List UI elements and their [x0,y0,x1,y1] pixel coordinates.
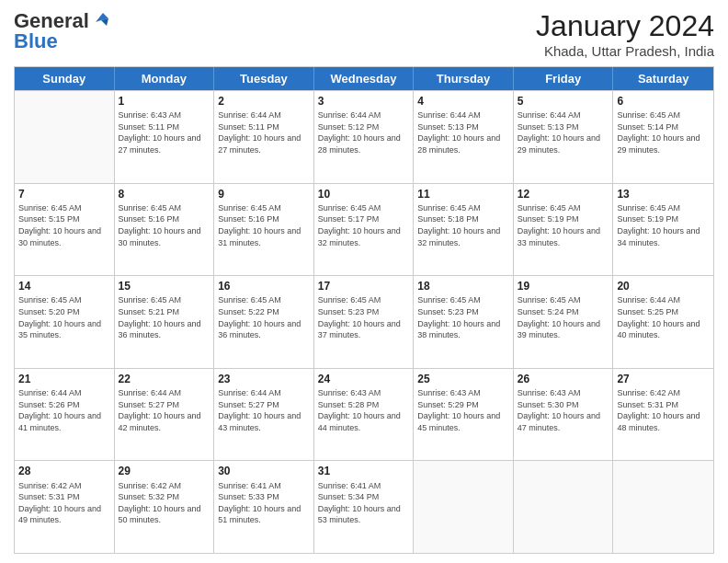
calendar-page: General Blue January 2024 Khada, Uttar P… [0,0,728,563]
day-cell-18: 18Sunrise: 6:45 AM Sunset: 5:23 PM Dayli… [414,276,514,368]
empty-cell-0-0 [15,91,115,183]
logo: General Blue [14,9,110,53]
day-info: Sunrise: 6:44 AM Sunset: 5:12 PM Dayligh… [318,109,410,155]
day-info: Sunrise: 6:44 AM Sunset: 5:25 PM Dayligh… [617,294,710,340]
day-cell-9: 9Sunrise: 6:45 AM Sunset: 5:16 PM Daylig… [214,184,314,276]
week-row-1: 1Sunrise: 6:43 AM Sunset: 5:11 PM Daylig… [15,90,713,183]
day-info: Sunrise: 6:43 AM Sunset: 5:28 PM Dayligh… [318,387,410,433]
location-subtitle: Khada, Uttar Pradesh, India [536,43,714,59]
header: General Blue January 2024 Khada, Uttar P… [14,9,714,59]
day-number: 5 [518,94,609,109]
week-row-5: 28Sunrise: 6:42 AM Sunset: 5:31 PM Dayli… [15,460,713,553]
day-number: 30 [218,464,310,478]
day-info: Sunrise: 6:42 AM Sunset: 5:31 PM Dayligh… [617,387,710,433]
day-number: 4 [417,94,509,109]
day-info: Sunrise: 6:44 AM Sunset: 5:26 PM Dayligh… [18,387,110,433]
day-cell-31: 31Sunrise: 6:41 AM Sunset: 5:34 PM Dayli… [314,461,415,553]
day-cell-28: 28Sunrise: 6:42 AM Sunset: 5:31 PM Dayli… [15,461,115,553]
day-number: 22 [119,372,210,386]
day-number: 17 [318,279,410,293]
empty-cell-4-4 [414,461,514,553]
header-day-monday: Monday [115,67,215,90]
day-number: 15 [119,279,210,293]
header-day-friday: Friday [514,67,614,90]
day-number: 25 [417,372,509,386]
day-info: Sunrise: 6:44 AM Sunset: 5:27 PM Dayligh… [218,387,310,433]
empty-cell-4-5 [514,461,614,553]
day-cell-2: 2Sunrise: 6:44 AM Sunset: 5:11 PM Daylig… [214,91,314,183]
day-number: 20 [617,279,710,293]
day-info: Sunrise: 6:42 AM Sunset: 5:32 PM Dayligh… [119,480,210,526]
day-info: Sunrise: 6:45 AM Sunset: 5:19 PM Dayligh… [617,202,710,248]
empty-cell-4-6 [613,461,713,553]
day-number: 3 [318,94,410,109]
day-number: 11 [417,187,509,201]
day-number: 8 [119,187,210,201]
day-cell-30: 30Sunrise: 6:41 AM Sunset: 5:33 PM Dayli… [214,461,314,553]
day-cell-15: 15Sunrise: 6:45 AM Sunset: 5:21 PM Dayli… [115,276,215,368]
day-cell-4: 4Sunrise: 6:44 AM Sunset: 5:13 PM Daylig… [414,91,514,183]
day-info: Sunrise: 6:44 AM Sunset: 5:27 PM Dayligh… [119,387,210,433]
day-cell-11: 11Sunrise: 6:45 AM Sunset: 5:18 PM Dayli… [414,184,514,276]
header-day-saturday: Saturday [613,67,713,90]
week-row-2: 7Sunrise: 6:45 AM Sunset: 5:15 PM Daylig… [15,183,713,276]
day-info: Sunrise: 6:45 AM Sunset: 5:18 PM Dayligh… [417,202,509,248]
day-number: 6 [617,94,710,109]
day-cell-16: 16Sunrise: 6:45 AM Sunset: 5:22 PM Dayli… [214,276,314,368]
header-day-thursday: Thursday [414,67,514,90]
day-number: 7 [18,187,110,201]
day-cell-3: 3Sunrise: 6:44 AM Sunset: 5:12 PM Daylig… [314,91,415,183]
day-cell-24: 24Sunrise: 6:43 AM Sunset: 5:28 PM Dayli… [314,369,415,461]
day-info: Sunrise: 6:45 AM Sunset: 5:19 PM Dayligh… [518,202,609,248]
day-cell-19: 19Sunrise: 6:45 AM Sunset: 5:24 PM Dayli… [514,276,614,368]
day-cell-29: 29Sunrise: 6:42 AM Sunset: 5:32 PM Dayli… [115,461,215,553]
calendar-header-row: SundayMondayTuesdayWednesdayThursdayFrid… [15,67,713,90]
day-number: 23 [218,372,310,386]
day-number: 14 [18,279,110,293]
title-block: January 2024 Khada, Uttar Pradesh, India [536,9,714,59]
day-info: Sunrise: 6:44 AM Sunset: 5:13 PM Dayligh… [417,109,509,155]
day-cell-21: 21Sunrise: 6:44 AM Sunset: 5:26 PM Dayli… [15,369,115,461]
day-cell-7: 7Sunrise: 6:45 AM Sunset: 5:15 PM Daylig… [15,184,115,276]
day-info: Sunrise: 6:44 AM Sunset: 5:11 PM Dayligh… [218,109,310,155]
day-info: Sunrise: 6:42 AM Sunset: 5:31 PM Dayligh… [18,480,110,526]
day-info: Sunrise: 6:43 AM Sunset: 5:30 PM Dayligh… [518,387,609,433]
week-row-4: 21Sunrise: 6:44 AM Sunset: 5:26 PM Dayli… [15,368,713,461]
day-number: 28 [18,464,110,478]
logo-bird-icon [90,9,110,29]
day-number: 24 [318,372,410,386]
day-cell-8: 8Sunrise: 6:45 AM Sunset: 5:16 PM Daylig… [115,184,215,276]
day-info: Sunrise: 6:43 AM Sunset: 5:29 PM Dayligh… [417,387,509,433]
day-info: Sunrise: 6:45 AM Sunset: 5:16 PM Dayligh… [119,202,210,248]
day-info: Sunrise: 6:45 AM Sunset: 5:23 PM Dayligh… [318,294,410,340]
day-number: 18 [417,279,509,293]
day-info: Sunrise: 6:45 AM Sunset: 5:23 PM Dayligh… [417,294,509,340]
day-info: Sunrise: 6:44 AM Sunset: 5:13 PM Dayligh… [518,109,609,155]
day-info: Sunrise: 6:41 AM Sunset: 5:34 PM Dayligh… [318,480,410,526]
day-cell-26: 26Sunrise: 6:43 AM Sunset: 5:30 PM Dayli… [514,369,614,461]
day-cell-20: 20Sunrise: 6:44 AM Sunset: 5:25 PM Dayli… [613,276,713,368]
day-number: 31 [318,464,410,478]
day-info: Sunrise: 6:45 AM Sunset: 5:21 PM Dayligh… [119,294,210,340]
day-number: 12 [518,187,609,201]
header-day-sunday: Sunday [15,67,115,90]
day-number: 10 [318,187,410,201]
day-info: Sunrise: 6:45 AM Sunset: 5:17 PM Dayligh… [318,202,410,248]
day-number: 16 [218,279,310,293]
day-cell-27: 27Sunrise: 6:42 AM Sunset: 5:31 PM Dayli… [613,369,713,461]
day-info: Sunrise: 6:45 AM Sunset: 5:24 PM Dayligh… [518,294,609,340]
day-cell-17: 17Sunrise: 6:45 AM Sunset: 5:23 PM Dayli… [314,276,415,368]
day-cell-22: 22Sunrise: 6:44 AM Sunset: 5:27 PM Dayli… [115,369,215,461]
calendar: SundayMondayTuesdayWednesdayThursdayFrid… [14,66,714,554]
header-day-tuesday: Tuesday [214,67,314,90]
day-number: 27 [617,372,710,386]
day-info: Sunrise: 6:45 AM Sunset: 5:20 PM Dayligh… [18,294,110,340]
day-info: Sunrise: 6:45 AM Sunset: 5:22 PM Dayligh… [218,294,310,340]
calendar-body: 1Sunrise: 6:43 AM Sunset: 5:11 PM Daylig… [15,90,713,553]
day-info: Sunrise: 6:43 AM Sunset: 5:11 PM Dayligh… [119,109,210,155]
day-cell-6: 6Sunrise: 6:45 AM Sunset: 5:14 PM Daylig… [613,91,713,183]
day-cell-12: 12Sunrise: 6:45 AM Sunset: 5:19 PM Dayli… [514,184,614,276]
day-number: 19 [518,279,609,293]
day-info: Sunrise: 6:45 AM Sunset: 5:15 PM Dayligh… [18,202,110,248]
day-number: 26 [518,372,609,386]
